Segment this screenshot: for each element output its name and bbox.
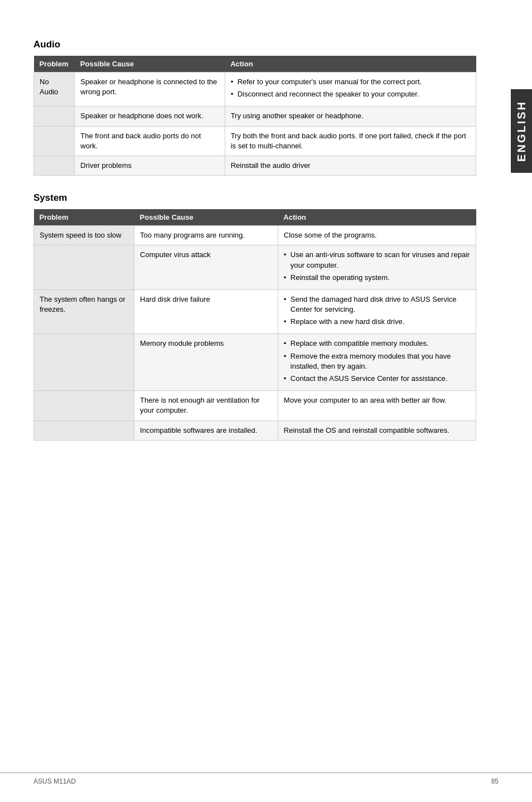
- audio-table: Problem Possible Cause Action No Audio S…: [33, 56, 476, 176]
- cause-cell: Memory module problems: [134, 334, 278, 391]
- audio-col-problem: Problem: [34, 56, 75, 73]
- footer-left: ASUS M11AD: [33, 777, 76, 785]
- list-item: Replace with compatible memory modules.: [284, 339, 470, 349]
- system-col-action: Action: [278, 209, 476, 226]
- action-cell: Reinstall the audio driver: [225, 156, 476, 175]
- system-col-problem: Problem: [34, 209, 134, 226]
- table-row: Memory module problems Replace with comp…: [34, 334, 476, 391]
- problem-cell: [34, 421, 134, 440]
- problem-cell: [34, 334, 134, 391]
- system-table: Problem Possible Cause Action System spe…: [33, 209, 476, 441]
- action-cell: Try using another speaker or headphone.: [225, 107, 476, 126]
- table-row: Computer virus attack Use an anti-virus …: [34, 245, 476, 290]
- list-item: Reinstall the operating system.: [284, 273, 470, 283]
- problem-cell: No Audio: [34, 73, 75, 107]
- action-cell: Move your computer to an area with bette…: [278, 391, 476, 421]
- cause-cell: Incompatible softwares are installed.: [134, 421, 278, 440]
- problem-cell: The system often hangs or freezes.: [34, 289, 134, 334]
- audio-col-action: Action: [225, 56, 476, 73]
- problem-cell: [34, 245, 134, 290]
- table-row: Incompatible softwares are installed. Re…: [34, 421, 476, 440]
- problem-cell: [34, 156, 75, 175]
- english-side-tab: ENGLISH: [511, 89, 532, 173]
- page-content: Audio Problem Possible Cause Action No A…: [0, 0, 510, 502]
- problem-cell: [34, 126, 75, 156]
- system-title: System: [33, 192, 476, 204]
- cause-cell: Too many programs are running.: [134, 226, 278, 245]
- table-row: System speed is too slow Too many progra…: [34, 226, 476, 245]
- action-cell: Reinstall the OS and reinstall compatibl…: [278, 421, 476, 440]
- system-col-cause: Possible Cause: [134, 209, 278, 226]
- audio-section: Audio Problem Possible Cause Action No A…: [33, 39, 476, 176]
- table-row: Driver problems Reinstall the audio driv…: [34, 156, 476, 175]
- action-cell: Close some of the programs.: [278, 226, 476, 245]
- problem-cell: [34, 107, 75, 126]
- action-cell: Use an anti-virus software to scan for v…: [278, 245, 476, 290]
- list-item: Use an anti-virus software to scan for v…: [284, 250, 470, 270]
- problem-cell: System speed is too slow: [34, 226, 134, 245]
- cause-cell: The front and back audio ports do not wo…: [75, 126, 225, 156]
- table-row: There is not enough air ventilation for …: [34, 391, 476, 421]
- table-row: Speaker or headphone does not work. Try …: [34, 107, 476, 126]
- list-item: Refer to your computer's user manual for…: [231, 77, 470, 87]
- cause-cell: Computer virus attack: [134, 245, 278, 290]
- cause-cell: Driver problems: [75, 156, 225, 175]
- list-item: Remove the extra memory modules that you…: [284, 351, 470, 371]
- page-footer: ASUS M11AD 85: [0, 772, 532, 785]
- cause-cell: Hard disk drive failure: [134, 289, 278, 334]
- list-item: Disconnect and reconnect the speaker to …: [231, 89, 470, 99]
- audio-col-cause: Possible Cause: [75, 56, 225, 73]
- table-row: The front and back audio ports do not wo…: [34, 126, 476, 156]
- action-cell: Replace with compatible memory modules. …: [278, 334, 476, 391]
- list-item: Send the damaged hard disk drive to ASUS…: [284, 294, 470, 315]
- action-cell: Try both the front and back audio ports.…: [225, 126, 476, 156]
- action-cell: Refer to your computer's user manual for…: [225, 73, 476, 107]
- cause-cell: There is not enough air ventilation for …: [134, 391, 278, 421]
- table-row: The system often hangs or freezes. Hard …: [34, 289, 476, 334]
- footer-right: 85: [491, 777, 499, 785]
- list-item: Contact the ASUS Service Center for assi…: [284, 374, 470, 384]
- cause-cell: Speaker or headphone is connected to the…: [75, 73, 225, 107]
- table-row: No Audio Speaker or headphone is connect…: [34, 73, 476, 107]
- action-cell: Send the damaged hard disk drive to ASUS…: [278, 289, 476, 334]
- cause-cell: Speaker or headphone does not work.: [75, 107, 225, 126]
- audio-title: Audio: [33, 39, 476, 50]
- problem-cell: [34, 391, 134, 421]
- system-section: System Problem Possible Cause Action Sys…: [33, 192, 476, 441]
- list-item: Replace with a new hard disk drive.: [284, 317, 470, 327]
